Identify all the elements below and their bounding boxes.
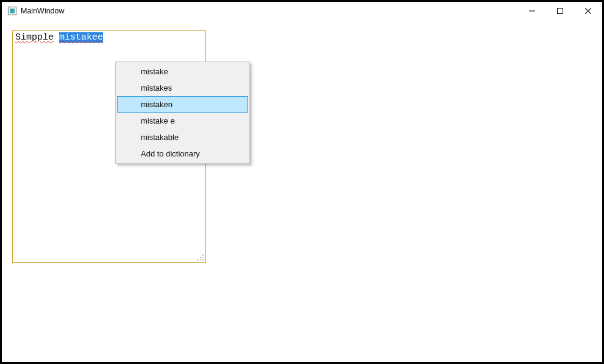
resize-grip-icon[interactable]	[197, 254, 204, 261]
misspelled-word-selected[interactable]: mistakee	[59, 32, 103, 43]
space	[54, 32, 59, 43]
svg-rect-3	[558, 9, 563, 14]
main-window: MainWindow Simpple mistakee	[2, 2, 602, 362]
svg-point-6	[202, 254, 204, 256]
suggestion-item-1[interactable]: mistakes	[117, 80, 248, 96]
maximize-button[interactable]	[546, 2, 574, 20]
menu-item-label: mistakes	[141, 83, 172, 93]
misspelled-word[interactable]: Simpple	[15, 32, 54, 43]
svg-point-9	[197, 259, 199, 261]
svg-point-8	[202, 257, 204, 258]
menu-item-label: Add to dictionary	[141, 149, 200, 158]
svg-point-10	[200, 259, 201, 261]
window-controls	[518, 2, 602, 20]
app-icon	[7, 6, 17, 16]
minimize-button[interactable]	[518, 2, 546, 20]
menu-item-label: mistake	[141, 67, 168, 76]
menu-item-label: mistaken	[141, 100, 172, 109]
svg-rect-1	[10, 9, 15, 13]
client-area: Simpple mistakee mistake mistakes mistak…	[7, 21, 597, 357]
spellcheck-context-menu: mistake mistakes mistaken mistake e mist…	[115, 61, 250, 164]
close-button[interactable]	[574, 2, 602, 20]
menu-item-label: mistake e	[141, 116, 175, 125]
add-to-dictionary-item[interactable]: Add to dictionary	[117, 145, 248, 162]
suggestion-item-3[interactable]: mistake e	[117, 113, 248, 129]
titlebar[interactable]: MainWindow	[2, 2, 602, 21]
svg-point-7	[200, 257, 201, 258]
suggestion-item-0[interactable]: mistake	[117, 63, 248, 80]
svg-point-11	[202, 259, 204, 261]
suggestion-item-2[interactable]: mistaken	[117, 96, 248, 113]
window-title: MainWindow	[21, 7, 65, 15]
suggestion-item-4[interactable]: mistakable	[117, 129, 248, 145]
menu-item-label: mistakable	[141, 133, 179, 142]
